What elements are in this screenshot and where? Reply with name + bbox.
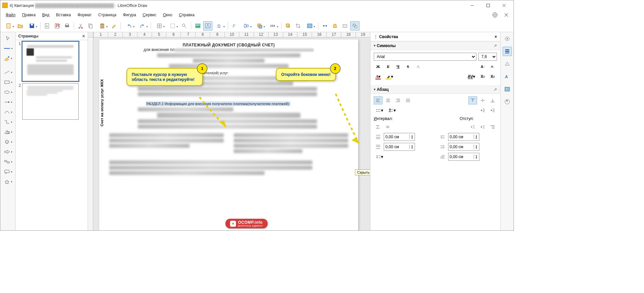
export-button[interactable] — [42, 21, 52, 30]
print-button[interactable] — [62, 21, 72, 30]
redo-button[interactable]: ▾ — [136, 21, 149, 30]
page-thumb-2[interactable]: 2 — [17, 83, 86, 120]
pages-panel-close-icon[interactable]: × — [82, 33, 85, 39]
select-tool[interactable] — [2, 34, 14, 43]
align-left-button[interactable] — [374, 96, 382, 104]
char-spacing-button[interactable]: A̲V̲ ▾ — [466, 73, 477, 81]
undo-button[interactable]: ▾ — [123, 21, 135, 30]
space-above-input[interactable]: ▲▼ — [384, 133, 415, 141]
save-button[interactable]: ▾ — [26, 21, 38, 30]
sidebar-styles-tab[interactable]: A — [503, 72, 512, 81]
minimize-button[interactable] — [464, 0, 480, 10]
gluepoints-button[interactable] — [320, 21, 330, 30]
toggle-extrusion-button[interactable] — [340, 21, 350, 30]
open-button[interactable] — [16, 21, 25, 30]
paragraph-section-header[interactable]: ▾Абзац ↗ — [370, 85, 500, 94]
bold-button[interactable]: Ж — [374, 63, 382, 71]
menu-edit[interactable]: Правка — [20, 11, 39, 19]
menu-shape[interactable]: Фигура — [120, 11, 138, 19]
connector-tool[interactable]: ▾ — [2, 118, 14, 126]
menu-help[interactable]: Справка — [176, 11, 197, 19]
sidebar-navigator-tab[interactable] — [503, 97, 512, 106]
curve-tool[interactable]: ▾ — [2, 108, 14, 116]
decrease-font-button[interactable]: A↓ — [488, 63, 497, 71]
font-size-select[interactable]: 7,6 — [478, 53, 497, 61]
align-right-button[interactable] — [394, 96, 402, 104]
flowchart-tool[interactable]: ▾ — [2, 157, 14, 166]
decrease-spacing-button[interactable] — [384, 123, 392, 131]
horizontal-ruler[interactable]: 12345678910111213141516171819 — [93, 32, 370, 37]
strike-button[interactable]: S — [404, 63, 412, 71]
bullet-list-button[interactable]: ▾ — [374, 106, 385, 114]
increase-indent-button[interactable] — [488, 106, 497, 114]
decrease-indent-button[interactable] — [478, 106, 487, 114]
fontwork-button[interactable]: F — [230, 21, 239, 30]
menu-format[interactable]: Формат — [75, 11, 94, 19]
close-doc-icon[interactable] — [502, 10, 511, 20]
pages-list[interactable]: 1 2 — [16, 40, 88, 231]
new-doc-button[interactable]: ▾ — [2, 21, 15, 30]
distribute-button[interactable]: ▾ — [267, 21, 279, 30]
align-center-button[interactable] — [384, 96, 392, 104]
line-color-tool[interactable]: ▾ — [2, 44, 14, 53]
fill-color-tool[interactable]: ▾ — [2, 54, 14, 63]
expand-icon[interactable]: ↗ — [494, 87, 497, 92]
crop-button[interactable] — [293, 21, 303, 30]
arrange-button[interactable]: ▾ — [253, 21, 266, 30]
sidebar-properties-tab[interactable] — [503, 47, 512, 56]
highlight-color-button[interactable]: ▾ — [384, 73, 396, 81]
vertical-ruler[interactable] — [88, 37, 93, 231]
indent-first-input[interactable]: ▲▼ — [448, 153, 479, 161]
drawing-canvas[interactable]: Счет на оплату услуг ЖКХ ПЛАТЕЖНЫЙ ДОКУМ… — [93, 37, 370, 231]
space-below-input[interactable]: ▲▼ — [384, 143, 415, 151]
guides-button[interactable] — [180, 21, 189, 30]
paste-button[interactable]: ▾ — [96, 21, 109, 30]
shadow-text-button[interactable]: A — [414, 63, 422, 71]
properties-close-icon[interactable]: × — [495, 34, 497, 39]
filter-button[interactable]: ▾ — [303, 21, 316, 30]
menu-service[interactable]: Сервис — [140, 11, 159, 19]
menu-page[interactable]: Страница — [96, 11, 119, 19]
cut-button[interactable] — [76, 21, 85, 30]
font-color-button[interactable]: A▾ — [374, 73, 382, 81]
callout-tool[interactable]: ▾ — [2, 167, 14, 176]
italic-button[interactable]: К — [384, 63, 392, 71]
increase-font-button[interactable]: A↑ — [478, 63, 487, 71]
insert-textbox-button[interactable]: A — [203, 21, 212, 30]
shadow-button[interactable] — [283, 21, 293, 30]
sidebar-shapes-tab[interactable] — [503, 59, 512, 69]
grid-button[interactable]: ▾ — [153, 21, 166, 30]
align-justify-button[interactable] — [404, 96, 412, 104]
close-button[interactable] — [496, 0, 512, 10]
export-pdf-button[interactable]: PDF — [52, 21, 62, 30]
indent-inc-button[interactable] — [468, 123, 477, 131]
menu-window[interactable]: Окно — [160, 11, 175, 19]
symbol-shapes-tool[interactable]: ▾ — [2, 138, 14, 146]
stars-tool[interactable]: ▾ — [2, 177, 14, 186]
indent-before-input[interactable]: ▲▼ — [448, 133, 479, 141]
indent-after-input[interactable]: ▲▼ — [448, 143, 479, 151]
menu-file[interactable]: Файл — [3, 11, 18, 19]
ellipse-tool[interactable]: ▾ — [2, 88, 14, 96]
sidebar-settings-icon[interactable] — [503, 34, 512, 43]
subscript-button[interactable]: X2 — [488, 73, 497, 81]
expand-icon[interactable]: ↗ — [494, 43, 497, 48]
valign-top-button[interactable] — [468, 96, 477, 104]
globe-icon[interactable] — [490, 10, 500, 20]
show-draw-functions-button[interactable] — [350, 21, 360, 30]
snap-button[interactable]: ▾ — [166, 21, 179, 30]
insert-special-char-button[interactable]: Ω▾ — [213, 21, 226, 30]
superscript-button[interactable]: X2 — [478, 73, 487, 81]
block-arrows-tool[interactable]: ▾ — [2, 147, 14, 156]
underline-button[interactable]: Ч — [394, 63, 402, 71]
copy-button[interactable] — [86, 21, 95, 30]
basic-shapes-tool[interactable]: ▾ — [2, 128, 14, 136]
line-spacing-button[interactable]: ▾ — [374, 153, 385, 161]
hanging-indent-button[interactable] — [488, 123, 497, 131]
maximize-button[interactable] — [480, 0, 496, 10]
sidebar-gallery-tab[interactable] — [503, 85, 512, 94]
menu-insert[interactable]: Вставка — [53, 11, 74, 19]
increase-spacing-button[interactable] — [374, 123, 382, 131]
symbols-section-header[interactable]: ▾Символы ↗ — [370, 41, 500, 50]
indent-dec-button[interactable] — [478, 123, 487, 131]
